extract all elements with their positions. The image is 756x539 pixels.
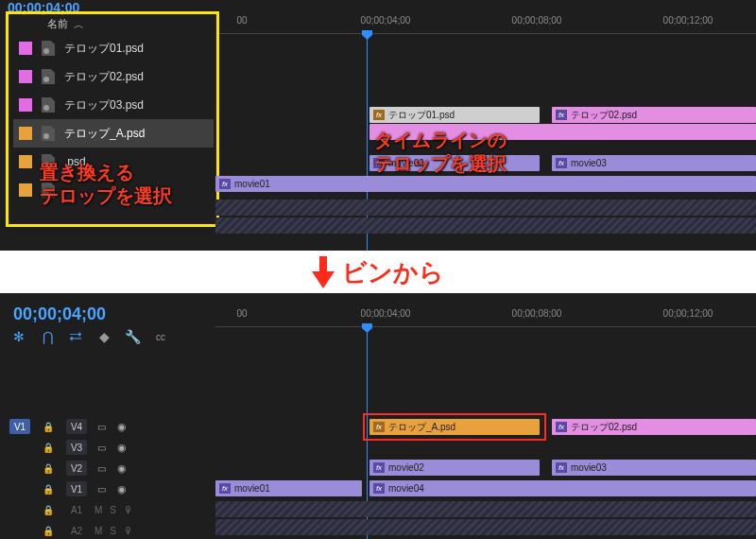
fx-badge-icon: fx bbox=[373, 462, 385, 473]
timeline-ruler-bottom[interactable]: 00 00;00;04;00 00;00;08;00 00;00;12;00 bbox=[215, 306, 756, 327]
bin-item-label: テロップ03.psd bbox=[64, 97, 144, 113]
timecode-bottom: 00;00;04;00 bbox=[13, 304, 106, 324]
fx-badge-icon: fx bbox=[373, 422, 385, 432]
ruler-tick-label: 00 bbox=[236, 308, 247, 319]
ruler-tick-label: 00 bbox=[236, 15, 247, 26]
annotation-text: テロップを選択 bbox=[40, 184, 172, 208]
link-selection-icon[interactable]: ⮂ bbox=[68, 329, 83, 344]
track-header-v2[interactable]: 🔒 V2 bbox=[0, 458, 215, 478]
clip-movie[interactable]: fx movie02 bbox=[369, 460, 540, 476]
audio-waveform-locked bbox=[215, 501, 756, 517]
panel-before: 00;00;04;00 名前 ︿ 00 00;00;04;00 00;00;08… bbox=[0, 0, 756, 251]
track-header-a2[interactable]: 🔒 A2 M S 🎙 bbox=[0, 520, 215, 539]
color-swatch bbox=[19, 127, 32, 140]
lock-icon[interactable]: 🔒 bbox=[38, 419, 59, 434]
track-target[interactable]: A2 bbox=[66, 523, 87, 538]
chevron-up-icon[interactable]: ︿ bbox=[74, 18, 84, 32]
snowflake-icon[interactable]: ✻ bbox=[11, 329, 26, 344]
annotation-left: 置き換える テロップを選択 bbox=[40, 161, 172, 208]
solo-letter[interactable]: S bbox=[110, 505, 116, 515]
fx-badge-icon: fx bbox=[219, 483, 231, 494]
source-patch[interactable] bbox=[9, 523, 30, 538]
cc-icon[interactable]: cc bbox=[153, 329, 168, 344]
magnet-icon[interactable]: ⋂ bbox=[40, 329, 55, 344]
fx-badge-icon: fx bbox=[373, 483, 385, 494]
visibility-toggle[interactable] bbox=[115, 462, 129, 475]
panel-after: 00;00;04;00 ✻ ⋂ ⮂ ◆ 🔧 cc 00 00;00;04;00 … bbox=[0, 293, 756, 539]
clip-movie[interactable]: fx movie03 bbox=[552, 460, 756, 476]
clip-telop-next[interactable]: fx テロップ02.psd bbox=[552, 419, 756, 435]
mute-letter[interactable]: M bbox=[94, 505, 102, 515]
annotation-text: タイムラインの bbox=[374, 129, 507, 152]
source-patch[interactable] bbox=[9, 481, 30, 496]
mute-toggle[interactable] bbox=[94, 422, 108, 432]
ruler-tick-label: 00;00;08;00 bbox=[512, 308, 562, 319]
lock-icon[interactable]: 🔒 bbox=[38, 502, 59, 517]
clip-movie[interactable]: fx movie01 bbox=[215, 480, 362, 496]
track-target[interactable]: A1 bbox=[66, 502, 87, 517]
bin-item-selected[interactable]: テロップ_A.psd bbox=[13, 119, 214, 148]
clip-telop-selected[interactable]: fx テロップ01.psd bbox=[369, 107, 540, 123]
bin-item-label: テロップ_A.psd bbox=[64, 126, 145, 142]
source-patch[interactable] bbox=[9, 440, 30, 455]
clip-label: movie01 bbox=[234, 483, 270, 494]
fx-badge-icon: fx bbox=[219, 179, 231, 189]
audio-waveform-locked bbox=[215, 200, 756, 216]
lock-icon[interactable]: 🔒 bbox=[38, 440, 59, 455]
timeline-bottom[interactable]: fx テロップ_A.psd fx テロップ02.psd fx movie02 f… bbox=[215, 327, 756, 539]
visibility-toggle[interactable] bbox=[115, 442, 129, 454]
mute-toggle[interactable] bbox=[94, 443, 108, 453]
fx-badge-icon: fx bbox=[556, 110, 567, 120]
annotation-text: 置き換える bbox=[40, 161, 172, 184]
source-patch[interactable] bbox=[9, 461, 30, 476]
marker-icon[interactable]: ◆ bbox=[96, 329, 112, 344]
clip-telop-next[interactable]: fx テロップ02.psd bbox=[552, 107, 756, 123]
timeline-ruler-top[interactable]: 00 00;00;04;00 00;00;08;00 00;00;12;00 bbox=[215, 13, 756, 34]
track-header-v3[interactable]: 🔒 V3 bbox=[0, 437, 215, 458]
bin-column-header[interactable]: 名前 ︿ bbox=[47, 17, 84, 31]
track-headers: V1 🔒 V4 🔒 V3 🔒 V2 🔒 V1 bbox=[0, 416, 215, 539]
track-target[interactable]: V3 bbox=[66, 440, 87, 455]
track-target[interactable]: V4 bbox=[66, 419, 87, 434]
track-header-v1[interactable]: 🔒 V1 bbox=[0, 478, 215, 499]
mute-toggle[interactable] bbox=[94, 484, 108, 495]
mic-icon[interactable]: 🎙 bbox=[124, 526, 133, 536]
ruler-tick-label: 00;00;04;00 bbox=[361, 308, 411, 319]
bin-item[interactable]: テロップ02.psd bbox=[13, 62, 214, 91]
mute-toggle[interactable] bbox=[94, 463, 108, 474]
visibility-toggle[interactable] bbox=[115, 421, 129, 433]
clip-movie[interactable]: fx movie04 bbox=[369, 480, 756, 496]
source-patch[interactable] bbox=[9, 502, 30, 517]
timecode-top: 00;00;04;00 bbox=[8, 0, 79, 15]
mic-icon[interactable]: 🎙 bbox=[124, 505, 133, 515]
audio-waveform-locked bbox=[215, 217, 756, 234]
step-label: ビンから bbox=[342, 256, 444, 289]
visibility-toggle[interactable] bbox=[115, 483, 129, 496]
lock-icon[interactable]: 🔒 bbox=[38, 523, 59, 538]
lock-icon[interactable]: 🔒 bbox=[38, 461, 59, 476]
mute-letter[interactable]: M bbox=[94, 526, 102, 536]
track-target[interactable]: V2 bbox=[66, 461, 87, 476]
clip-movie[interactable]: fx movie03 bbox=[552, 155, 756, 171]
color-swatch bbox=[19, 70, 32, 83]
track-header-a1[interactable]: 🔒 A1 M S 🎙 bbox=[0, 499, 215, 520]
track-header-v4[interactable]: V1 🔒 V4 bbox=[0, 416, 215, 437]
clip-label: movie02 bbox=[388, 462, 424, 473]
psd-file-icon bbox=[42, 97, 55, 113]
track-target[interactable]: V1 bbox=[66, 481, 87, 496]
annotation-text: テロップを選択 bbox=[374, 152, 507, 176]
timeline-top[interactable]: fx テロップ01.psd fx テロップ02.psd fx movie02 f… bbox=[215, 34, 756, 251]
solo-letter[interactable]: S bbox=[110, 526, 116, 536]
clip-movie[interactable]: fx movie01 bbox=[215, 176, 756, 192]
arrow-down-icon bbox=[312, 256, 335, 288]
bin-item[interactable]: テロップ01.psd bbox=[13, 34, 214, 62]
lock-icon[interactable]: 🔒 bbox=[38, 481, 59, 496]
source-patch[interactable]: V1 bbox=[9, 419, 30, 434]
annotation-right: タイムラインの テロップを選択 bbox=[374, 129, 507, 176]
bin-item[interactable]: テロップ03.psd bbox=[13, 91, 214, 119]
wrench-icon[interactable]: 🔧 bbox=[125, 329, 140, 344]
clip-label: テロップ02.psd bbox=[571, 109, 637, 122]
psd-file-icon bbox=[42, 41, 55, 56]
fx-badge-icon: fx bbox=[373, 110, 385, 120]
clip-telop-replaced[interactable]: fx テロップ_A.psd bbox=[369, 419, 540, 435]
